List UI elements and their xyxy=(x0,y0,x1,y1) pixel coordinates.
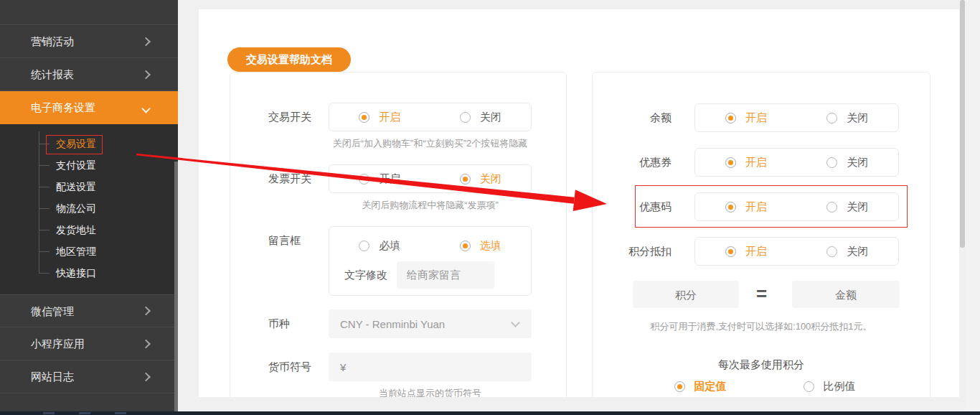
radio-selected-icon xyxy=(460,174,471,185)
radio-label: 开启 xyxy=(745,200,767,214)
radio-icon xyxy=(826,113,837,123)
radio-selected-icon xyxy=(725,157,736,168)
radio-label: 比例值 xyxy=(824,380,856,393)
max-points-type-group: 固定值 比例值 xyxy=(636,380,894,393)
points-deduction-label: 积分抵扣 xyxy=(593,237,672,266)
message-required-radio[interactable]: 必填 xyxy=(329,231,430,260)
points-helper: 积分可用于消费,支付时可以选择如:100积分抵扣1元。 xyxy=(593,320,930,333)
radio-label: 开启 xyxy=(745,111,767,125)
chevron-right-icon xyxy=(141,307,151,316)
invoice-switch-label: 发票开关 xyxy=(268,164,311,193)
radio-selected-icon xyxy=(725,113,736,123)
taskbar-icon-sliver xyxy=(79,412,90,414)
radio-label: 关闭 xyxy=(847,156,868,169)
equals-sign: = xyxy=(756,283,767,305)
sidebar-item-statistics[interactable]: 统计报表 xyxy=(0,58,178,91)
invoice-switch-group: 开启 关闭 xyxy=(329,164,532,193)
coupon-off-radio[interactable]: 关闭 xyxy=(797,156,899,169)
invoice-switch-off-radio[interactable]: 关闭 xyxy=(430,172,532,186)
trade-switch-on-radio[interactable]: 开启 xyxy=(329,111,430,124)
radio-label: 关闭 xyxy=(847,111,868,125)
radio-label: 开启 xyxy=(745,245,767,258)
submenu-item-express-api[interactable]: 快递接口 xyxy=(0,262,178,284)
ecommerce-submenu: 交易设置 支付设置 配送设置 物流公司 发货地址 地区管理 快递接口 xyxy=(0,124,178,294)
radio-label: 选填 xyxy=(480,239,501,253)
currency-symbol-input[interactable] xyxy=(329,353,532,381)
amount-input[interactable] xyxy=(792,281,900,308)
coupon-code-off-radio[interactable]: 关闭 xyxy=(797,200,899,214)
radio-selected-icon xyxy=(725,246,736,257)
sidebar-item-label: 统计报表 xyxy=(31,68,74,80)
balance-off-radio[interactable]: 关闭 xyxy=(797,111,899,125)
submenu-item-delivery-settings[interactable]: 配送设置 xyxy=(0,176,178,197)
currency-symbol-helper: 当前站点显示的货币符号 xyxy=(329,387,532,397)
sidebar-item-label: 小程序应用 xyxy=(31,337,85,350)
radio-label: 固定值 xyxy=(694,380,727,393)
main-content: 交易设置帮助文档 交易开关 开启 关闭 关闭后“加入购物车”和“立刻购买”2个按… xyxy=(199,9,959,397)
help-doc-button[interactable]: 交易设置帮助文档 xyxy=(227,47,351,72)
sidebar-item-label: 营销活动 xyxy=(31,35,74,47)
radio-label: 开启 xyxy=(379,111,400,124)
radio-label: 必填 xyxy=(379,239,400,253)
sidebar-item-miniprogram[interactable]: 小程序应用 xyxy=(0,327,178,360)
radio-icon xyxy=(826,202,837,213)
radio-label: 关闭 xyxy=(847,245,868,258)
chevron-down-icon xyxy=(141,104,151,113)
radio-icon xyxy=(359,241,369,251)
submenu-item-region-management[interactable]: 地区管理 xyxy=(0,241,178,262)
coupon-label: 优惠券 xyxy=(593,148,672,177)
coupon-code-switch-group: 开启 关闭 xyxy=(694,192,899,221)
sidebar-item-label: 电子商务设置 xyxy=(31,101,95,113)
text-edit-label: 文字修改 xyxy=(344,269,387,282)
submenu-item-trade-settings[interactable]: 交易设置 xyxy=(0,133,178,154)
sidebar-item-marketing[interactable]: 营销活动 xyxy=(0,25,178,58)
radio-icon xyxy=(460,112,471,123)
sidebar-item-site-log[interactable]: 网站日志 xyxy=(0,360,178,393)
coupon-on-radio[interactable]: 开启 xyxy=(695,156,797,169)
points-input[interactable] xyxy=(633,281,739,308)
fixed-value-radio[interactable]: 固定值 xyxy=(636,380,765,393)
submenu-item-payment-settings[interactable]: 支付设置 xyxy=(0,154,178,176)
currency-symbol-label: 货币符号 xyxy=(268,353,311,381)
coupon-switch-group: 开启 关闭 xyxy=(694,148,899,177)
trade-switch-label: 交易开关 xyxy=(268,103,311,131)
chevron-right-icon xyxy=(141,339,151,348)
message-optional-radio[interactable]: 选填 xyxy=(430,231,532,260)
radio-label: 关闭 xyxy=(480,172,501,186)
invoice-switch-on-radio[interactable]: 开启 xyxy=(329,172,430,186)
submenu-item-shipping-address[interactable]: 发货地址 xyxy=(0,219,178,241)
message-text-input[interactable] xyxy=(397,261,494,289)
currency-select-value: CNY - Renminbi Yuan xyxy=(340,318,445,330)
taskbar-strip[interactable] xyxy=(0,411,980,415)
ratio-value-radio[interactable]: 比例值 xyxy=(765,380,894,393)
balance-on-radio[interactable]: 开启 xyxy=(695,111,797,125)
coupon-code-label: 优惠码 xyxy=(593,192,672,221)
points-deduction-off-radio[interactable]: 关闭 xyxy=(797,245,899,258)
currency-label: 币种 xyxy=(268,309,290,338)
radio-icon xyxy=(826,246,837,257)
trade-switch-off-radio[interactable]: 关闭 xyxy=(430,111,532,124)
radio-selected-icon xyxy=(674,381,685,392)
trade-switch-helper: 关闭后“加入购物车”和“立刻购买”2个按钮将隐藏 xyxy=(329,137,532,150)
radio-label: 开启 xyxy=(745,156,767,169)
radio-icon xyxy=(359,174,369,185)
message-box-group: 必填 选填 文字修改 xyxy=(329,226,532,296)
chevron-right-icon xyxy=(141,70,151,79)
sidebar-item-wechat[interactable]: 微信管理 xyxy=(0,294,178,327)
submenu-item-logistics-company[interactable]: 物流公司 xyxy=(0,197,178,219)
currency-select[interactable]: CNY - Renminbi Yuan xyxy=(329,309,532,338)
message-box-label: 留言框 xyxy=(268,226,301,255)
radio-label: 关闭 xyxy=(480,111,501,124)
points-deduction-on-radio[interactable]: 开启 xyxy=(695,245,797,258)
radio-selected-icon xyxy=(725,202,736,213)
discount-settings-panel: 余额 开启 关闭 优惠券 开启 关闭 优惠码 xyxy=(592,72,930,397)
coupon-code-on-radio[interactable]: 开启 xyxy=(695,200,797,214)
page-scrollbar-track[interactable] xyxy=(965,0,980,411)
sidebar-item-label: 网站日志 xyxy=(31,370,74,383)
trade-settings-panel: 交易开关 开启 关闭 关闭后“加入购物车”和“立刻购买”2个按钮将隐藏 发票开关… xyxy=(230,72,567,397)
balance-label: 余额 xyxy=(593,103,672,132)
sidebar-item-label: 微信管理 xyxy=(31,305,74,317)
sidebar-item-ecommerce-settings[interactable]: 电子商务设置 xyxy=(0,91,178,124)
page-scrollbar-thumb[interactable] xyxy=(960,0,965,248)
sidebar-scrollbar-thumb[interactable] xyxy=(174,162,178,411)
